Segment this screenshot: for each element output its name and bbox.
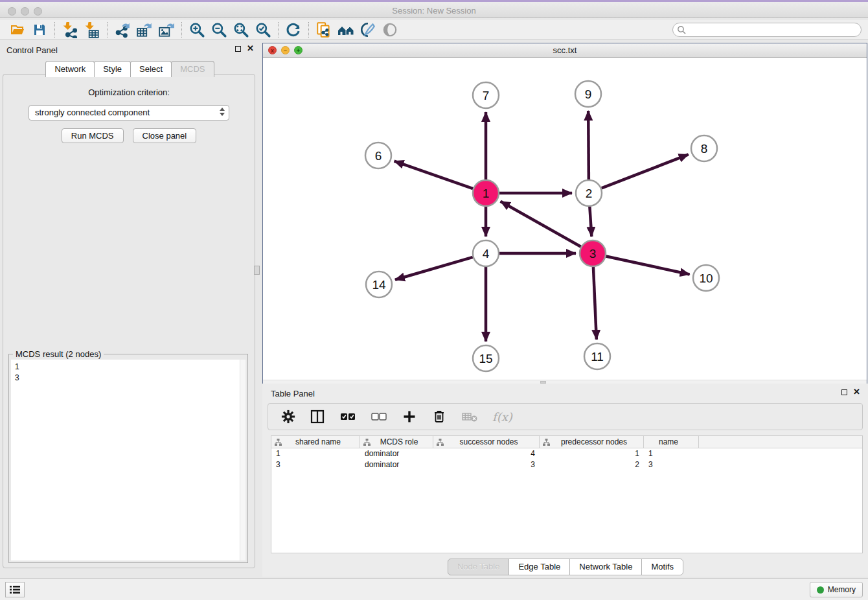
toolbar-separator bbox=[181, 22, 182, 38]
export-image-icon[interactable] bbox=[155, 21, 177, 39]
table-cell[interactable]: 1 bbox=[644, 448, 699, 459]
node-7[interactable]: 7 bbox=[473, 82, 499, 108]
table-rows: 1dominator4113dominator323 bbox=[271, 448, 862, 470]
duplicate-network-icon[interactable] bbox=[313, 21, 335, 39]
node-label: 1 bbox=[483, 187, 490, 200]
export-table-icon[interactable] bbox=[133, 21, 155, 39]
tab-motifs[interactable]: Motifs bbox=[641, 559, 683, 575]
column-header-name[interactable]: name bbox=[644, 436, 699, 448]
table-cell[interactable]: 1 bbox=[271, 448, 360, 459]
visual-styles-icon[interactable] bbox=[357, 21, 379, 39]
node-1[interactable]: 1 bbox=[473, 180, 499, 206]
table-cell[interactable]: dominator bbox=[360, 459, 433, 470]
node-4[interactable]: 4 bbox=[473, 240, 499, 266]
hide-selected-icon[interactable] bbox=[379, 21, 401, 39]
delete-table-icon[interactable] bbox=[461, 410, 478, 423]
network-window-title: scc.txt bbox=[263, 45, 867, 55]
select-all-icon[interactable] bbox=[339, 410, 356, 423]
table-row[interactable]: 1dominator411 bbox=[271, 448, 862, 459]
node-label: 15 bbox=[479, 352, 492, 365]
edge-1-6[interactable] bbox=[394, 161, 474, 189]
import-network-icon[interactable] bbox=[59, 21, 81, 39]
result-scrollbar[interactable] bbox=[240, 360, 246, 560]
column-header-shared-name[interactable]: shared name bbox=[271, 436, 360, 448]
table-toolbar: f(x) bbox=[268, 403, 863, 430]
node-label: 9 bbox=[585, 87, 592, 101]
edge-2-3[interactable] bbox=[589, 207, 591, 237]
close-panel-icon[interactable]: ✕ bbox=[247, 45, 254, 52]
node-3[interactable]: 3 bbox=[580, 240, 606, 266]
function-builder-icon[interactable]: f(x) bbox=[492, 410, 512, 424]
node-8[interactable]: 8 bbox=[691, 135, 717, 161]
zoom-out-icon[interactable] bbox=[208, 21, 230, 39]
float-table-panel-icon[interactable] bbox=[841, 389, 847, 395]
attribute-tree-icon bbox=[275, 439, 282, 446]
network-view-window: x − + scc.txt 7968124314101511 bbox=[262, 43, 867, 384]
table-cell[interactable]: 1 bbox=[540, 448, 644, 459]
table-cell[interactable]: 4 bbox=[433, 448, 540, 459]
node-2[interactable]: 2 bbox=[576, 180, 602, 206]
close-panel-button[interactable]: Close panel bbox=[133, 128, 197, 143]
column-header-successor-nodes[interactable]: successor nodes bbox=[433, 436, 540, 448]
open-file-icon[interactable] bbox=[6, 21, 29, 39]
node-11[interactable]: 11 bbox=[584, 343, 610, 369]
node-6[interactable]: 6 bbox=[365, 143, 391, 168]
node-9[interactable]: 9 bbox=[575, 81, 601, 107]
table-cell[interactable]: dominator bbox=[360, 448, 433, 459]
task-history-button[interactable] bbox=[5, 582, 25, 597]
mcds-result-title: MCDS result (2 nodes) bbox=[13, 349, 104, 359]
save-session-icon[interactable] bbox=[29, 21, 51, 39]
float-panel-icon[interactable] bbox=[235, 46, 241, 52]
optimization-criterion-select[interactable]: strongly connected component bbox=[29, 105, 229, 121]
tab-edge-table[interactable]: Edge Table bbox=[508, 559, 570, 575]
column-header-predecessor-nodes[interactable]: predecessor nodes bbox=[540, 436, 644, 448]
table-cell[interactable]: 3 bbox=[271, 459, 360, 470]
mcds-result-text[interactable]: 1 3 bbox=[11, 360, 246, 560]
mcds-result-line: 1 bbox=[15, 362, 242, 373]
splitter-grip[interactable] bbox=[254, 266, 260, 275]
edge-2-8[interactable] bbox=[602, 154, 689, 188]
gear-icon[interactable] bbox=[281, 410, 295, 424]
close-table-panel-icon[interactable]: ✕ bbox=[853, 389, 860, 395]
tab-mcds[interactable]: MCDS bbox=[171, 61, 214, 77]
run-mcds-button[interactable]: Run MCDS bbox=[62, 128, 124, 143]
attribute-tree-icon bbox=[437, 439, 444, 446]
edge-3-11[interactable] bbox=[593, 267, 597, 340]
table-cell[interactable]: 2 bbox=[540, 459, 644, 470]
tab-select[interactable]: Select bbox=[130, 61, 172, 77]
split-view-icon[interactable] bbox=[310, 409, 325, 424]
deselect-all-icon[interactable] bbox=[371, 410, 387, 423]
export-network-icon[interactable] bbox=[111, 21, 133, 39]
network-window-titlebar[interactable]: x − + scc.txt bbox=[263, 43, 867, 58]
zoom-fit-icon[interactable] bbox=[230, 21, 252, 39]
node-10[interactable]: 10 bbox=[693, 265, 719, 291]
edge-3-10[interactable] bbox=[606, 256, 690, 274]
column-label: successor nodes bbox=[444, 437, 539, 446]
edge-4-14[interactable] bbox=[395, 257, 473, 280]
zoom-selected-icon[interactable] bbox=[252, 21, 274, 39]
edge-3-1[interactable] bbox=[501, 202, 581, 247]
first-neighbors-icon[interactable] bbox=[335, 21, 357, 39]
node-label: 3 bbox=[589, 247, 597, 260]
column-header-MCDS-role[interactable]: MCDS role bbox=[360, 436, 433, 448]
delete-icon[interactable] bbox=[431, 409, 447, 424]
tab-network-table[interactable]: Network Table bbox=[569, 559, 642, 575]
table-cell[interactable]: 3 bbox=[644, 459, 699, 470]
import-table-icon[interactable] bbox=[81, 21, 103, 39]
apply-layout-icon[interactable] bbox=[282, 21, 304, 39]
tab-node-table[interactable]: Node Table bbox=[448, 559, 510, 575]
tab-style[interactable]: Style bbox=[94, 61, 131, 77]
table-row[interactable]: 3dominator323 bbox=[271, 459, 862, 470]
node-15[interactable]: 15 bbox=[473, 345, 499, 371]
tab-network[interactable]: Network bbox=[45, 61, 95, 77]
add-column-icon[interactable] bbox=[402, 409, 417, 424]
zoom-in-icon[interactable] bbox=[186, 21, 208, 39]
network-canvas[interactable]: 7968124314101511 bbox=[263, 58, 867, 380]
memory-status-icon bbox=[817, 586, 824, 594]
edge-2-9[interactable] bbox=[588, 111, 589, 179]
search-input[interactable] bbox=[672, 23, 862, 37]
table-cell[interactable]: 3 bbox=[433, 459, 540, 470]
memory-button[interactable]: Memory bbox=[810, 582, 863, 597]
node-14[interactable]: 14 bbox=[366, 271, 392, 297]
select-stepper-icon bbox=[220, 108, 225, 116]
